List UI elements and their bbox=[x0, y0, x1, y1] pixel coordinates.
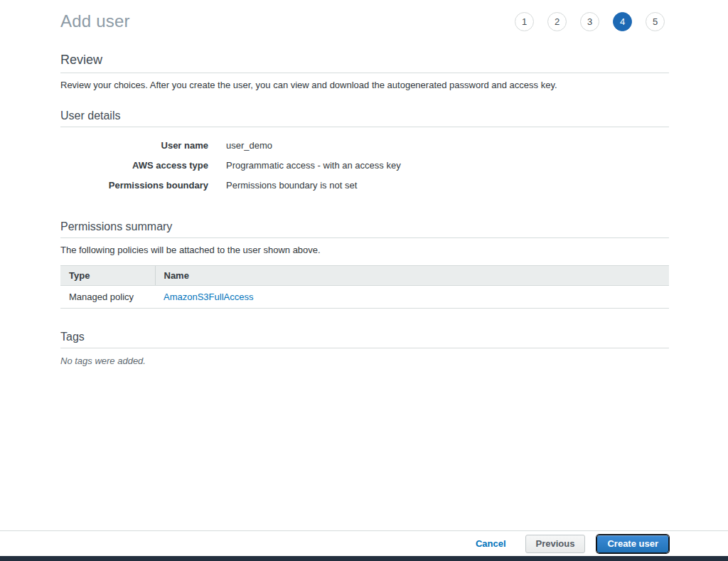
user-details-list: User name user_demo AWS access type Prog… bbox=[60, 135, 669, 195]
policy-type-cell: Managed policy bbox=[60, 286, 155, 309]
create-user-button[interactable]: Create user bbox=[596, 535, 669, 553]
wizard-header: Add user 1 2 3 4 5 bbox=[60, 11, 669, 31]
policy-name-cell: AmazonS3FullAccess bbox=[155, 286, 669, 309]
attached-policies-table: Type Name Managed policy AmazonS3FullAcc… bbox=[60, 265, 669, 309]
review-section-heading: Review bbox=[60, 53, 669, 73]
step-indicator-3: 3 bbox=[580, 12, 599, 31]
access-type-value: Programmatic access - with an access key bbox=[226, 160, 401, 171]
table-row: Managed policy AmazonS3FullAccess bbox=[60, 286, 669, 309]
policy-link[interactable]: AmazonS3FullAccess bbox=[164, 292, 253, 302]
step-indicator-1: 1 bbox=[515, 12, 534, 31]
user-details-heading: User details bbox=[60, 109, 669, 127]
add-user-wizard-page: Add user 1 2 3 4 5 Review Review your ch… bbox=[0, 0, 728, 530]
tags-heading: Tags bbox=[60, 331, 669, 348]
step-indicator-2: 2 bbox=[547, 12, 567, 31]
permissions-summary-heading: Permissions summary bbox=[60, 220, 669, 238]
access-type-label: AWS access type bbox=[60, 160, 208, 171]
tags-empty-message: No tags were added. bbox=[60, 356, 669, 366]
cancel-link[interactable]: Cancel bbox=[476, 538, 506, 549]
wizard-footer-bar: Cancel Previous Create user bbox=[0, 530, 728, 556]
column-header-name: Name bbox=[155, 266, 669, 286]
console-footer-strip bbox=[0, 556, 728, 561]
permissions-boundary-label: Permissions boundary bbox=[60, 180, 208, 191]
wizard-step-indicator: 1 2 3 4 5 bbox=[515, 12, 669, 31]
page-title: Add user bbox=[60, 11, 130, 31]
table-header-row: Type Name bbox=[60, 266, 669, 286]
detail-row-access-type: AWS access type Programmatic access - wi… bbox=[60, 155, 669, 175]
user-name-label: User name bbox=[60, 140, 208, 151]
review-description: Review your choices. After you create th… bbox=[60, 80, 669, 90]
detail-row-permissions-boundary: Permissions boundary Permissions boundar… bbox=[60, 175, 669, 195]
user-name-value: user_demo bbox=[226, 140, 272, 151]
detail-row-user-name: User name user_demo bbox=[60, 135, 669, 155]
previous-button[interactable]: Previous bbox=[525, 535, 586, 553]
permissions-boundary-value: Permissions boundary is not set bbox=[226, 180, 357, 191]
step-indicator-5: 5 bbox=[646, 12, 665, 31]
column-header-type: Type bbox=[60, 266, 155, 286]
permissions-summary-description: The following policies will be attached … bbox=[60, 245, 669, 255]
step-indicator-4-active: 4 bbox=[613, 12, 632, 31]
